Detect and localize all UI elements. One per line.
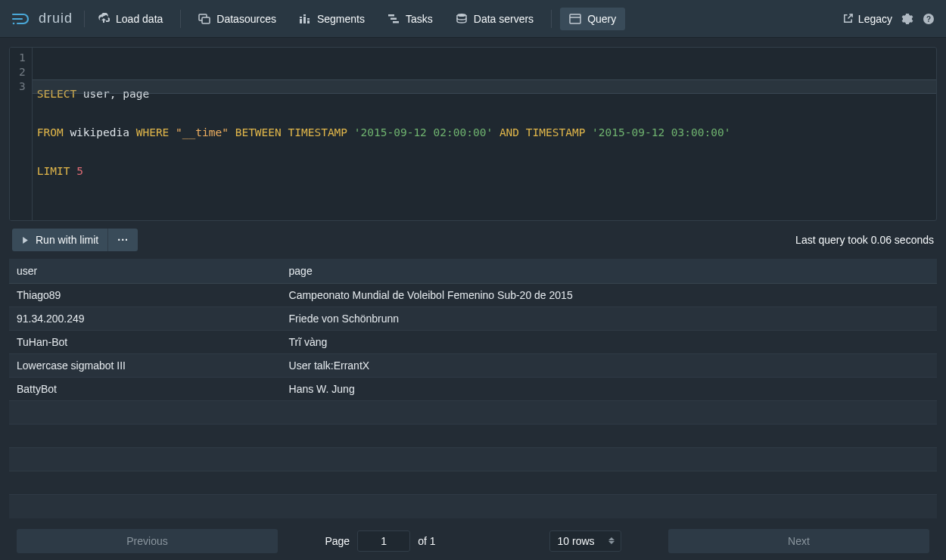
multi-select-icon (198, 13, 210, 25)
cell-user: TuHan-Bot (9, 331, 282, 354)
cell-page: User talk:ErrantX (282, 354, 937, 378)
nav-separator (180, 10, 181, 28)
button-label: Run with limit (36, 234, 98, 246)
nav-datasources[interactable]: Datasources (189, 8, 285, 30)
svg-rect-3 (202, 17, 210, 23)
nav-group-right: Legacy ? (842, 13, 935, 25)
svg-text:?: ? (926, 15, 931, 23)
svg-rect-5 (300, 17, 302, 18)
svg-rect-10 (388, 14, 394, 17)
caret-right-icon (21, 236, 30, 244)
table-row-empty (9, 471, 937, 495)
druid-logo-icon (11, 11, 33, 27)
table-row-empty (9, 495, 937, 518)
query-toolbar: Run with limit ··· Last query took 0.06 … (0, 221, 946, 259)
results-panel: user page Thiago89Campeonato Mundial de … (9, 259, 937, 560)
cell-user: Lowercase sigmabot III (9, 354, 282, 378)
nav-group-left: Load data Datasources Segments Tasks Da (86, 8, 627, 30)
nav-segments[interactable]: Segments (290, 8, 374, 30)
svg-rect-7 (303, 14, 306, 16)
svg-rect-8 (307, 20, 310, 23)
nav-load-data[interactable]: Load data (89, 8, 172, 30)
svg-rect-11 (391, 17, 397, 20)
column-header-user[interactable]: user (9, 259, 282, 284)
cell-page: Trĩ vàng (282, 331, 937, 354)
editor-code[interactable]: SELECT user, page FROM wikipedia WHERE "… (33, 48, 936, 220)
svg-rect-4 (300, 19, 302, 23)
more-button[interactable]: ··· (107, 229, 138, 251)
nav-label: Legacy (858, 13, 892, 25)
cell-user: 91.34.200.249 (9, 307, 282, 331)
logo-text: druid (39, 11, 73, 26)
svg-point-13 (457, 14, 466, 17)
nav-legacy[interactable]: Legacy (842, 13, 892, 25)
navbar: druid Load data Datasources Segments (0, 0, 946, 38)
more-icon: ··· (117, 234, 129, 246)
svg-point-1 (13, 22, 15, 24)
svg-rect-9 (307, 18, 310, 20)
results-table: user page Thiago89Campeonato Mundial de … (9, 259, 937, 518)
nav-data-servers[interactable]: Data servers (447, 8, 543, 30)
application-icon (569, 13, 581, 25)
cog-icon[interactable] (901, 13, 913, 25)
svg-rect-12 (393, 21, 399, 23)
cell-page: Hans W. Jung (282, 378, 937, 401)
table-row[interactable]: TuHan-BotTrĩ vàng (9, 331, 937, 354)
nav-query[interactable]: Query (560, 8, 625, 30)
page-of-label: of 1 (418, 535, 435, 547)
query-status: Last query took 0.06 seconds (795, 234, 934, 246)
column-header-page[interactable]: page (282, 259, 937, 284)
table-row-empty (9, 448, 937, 471)
pagination: Previous Page of 1 10 rows Next (9, 518, 937, 561)
nav-separator (551, 10, 552, 28)
page-input[interactable] (357, 530, 410, 552)
cloud-upload-icon (98, 13, 110, 25)
previous-button[interactable]: Previous (17, 529, 278, 553)
table-row-empty (9, 401, 937, 425)
table-row[interactable]: Lowercase sigmabot IIIUser talk:ErrantX (9, 354, 937, 378)
nav-label: Datasources (216, 13, 276, 25)
database-icon (456, 13, 468, 25)
table-row-empty (9, 425, 937, 448)
stacked-chart-icon (299, 13, 311, 25)
logo[interactable]: druid (11, 11, 85, 27)
run-button-group: Run with limit ··· (12, 229, 138, 251)
cell-page: Campeonato Mundial de Voleibol Femenino … (282, 284, 937, 307)
nav-label: Segments (317, 13, 365, 25)
page-label: Page (325, 535, 350, 547)
pager-center: Page of 1 10 rows (293, 530, 653, 552)
rows-label: 10 rows (558, 535, 595, 547)
nav-tasks[interactable]: Tasks (378, 8, 442, 30)
cell-user: Thiago89 (9, 284, 282, 307)
next-button[interactable]: Next (668, 529, 929, 553)
run-with-limit-button[interactable]: Run with limit (12, 229, 107, 251)
rows-per-page-select[interactable]: 10 rows (549, 530, 621, 552)
table-row[interactable]: BattyBotHans W. Jung (9, 378, 937, 401)
editor-gutter: 1 2 3 (10, 48, 33, 220)
table-row[interactable]: 91.34.200.249Friede von Schönbrunn (9, 307, 937, 331)
cell-user: BattyBot (9, 378, 282, 401)
svg-rect-6 (303, 17, 306, 23)
gantt-chart-icon (387, 13, 400, 25)
nav-label: Query (587, 13, 616, 25)
nav-label: Data servers (474, 13, 534, 25)
nav-label: Load data (116, 13, 163, 25)
help-icon[interactable]: ? (923, 13, 935, 25)
cell-page: Friede von Schönbrunn (282, 307, 937, 331)
sql-editor[interactable]: 1 2 3 SELECT user, page FROM wikipedia W… (9, 47, 937, 221)
share-icon (842, 13, 854, 24)
nav-label: Tasks (406, 13, 433, 25)
table-row[interactable]: Thiago89Campeonato Mundial de Voleibol F… (9, 284, 937, 307)
double-caret-vertical-icon (608, 537, 615, 544)
svg-rect-14 (570, 14, 580, 23)
